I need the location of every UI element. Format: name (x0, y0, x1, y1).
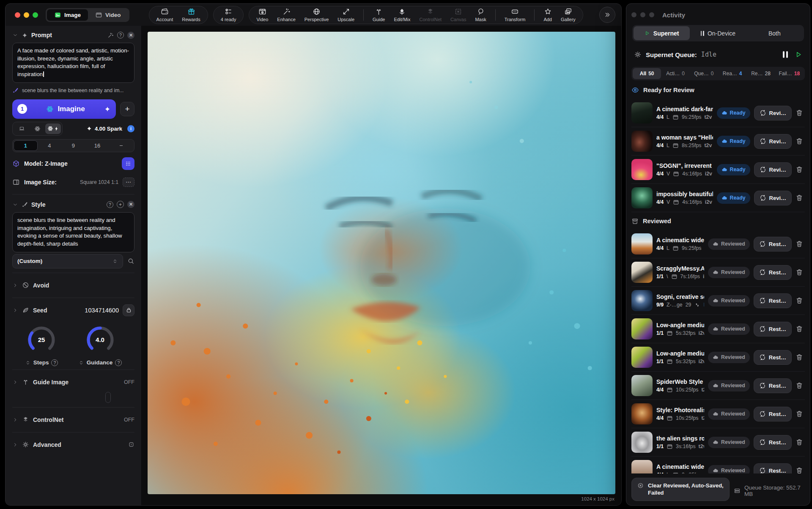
queue-item[interactable]: SpiderWeb Style (Worl... 4/410s:25fpst2v… (631, 372, 805, 400)
queue-item[interactable]: Sogni, creative seduction 9/9Z-…ge29Feb … (631, 287, 805, 315)
trash-icon[interactable] (796, 268, 805, 276)
supernet-fast-option[interactable] (45, 123, 61, 134)
trash-icon[interactable] (796, 353, 805, 361)
image-size-row[interactable]: Image Size: Square 1024 1:1 ⋯ (12, 173, 134, 192)
trash-icon[interactable] (796, 467, 805, 473)
help-icon[interactable]: ? (117, 32, 124, 38)
stepper-icon[interactable] (25, 360, 31, 366)
stepper-icon[interactable] (78, 360, 84, 366)
avoid-section[interactable]: Avoid (12, 276, 134, 295)
model-row[interactable]: Model: Z-Image (12, 154, 134, 173)
lock-icon[interactable] (123, 304, 134, 316)
queue-item[interactable]: A cinematic wide aerial 4/4L9s:25fpst2v…… (631, 457, 805, 473)
toolbar-video[interactable]: Video (256, 8, 268, 22)
zoom-window-button[interactable] (33, 12, 38, 18)
review-button[interactable]: Revi… (754, 134, 792, 149)
review-button[interactable]: Rest… (754, 463, 792, 473)
trash-icon[interactable] (796, 438, 805, 446)
trash-icon[interactable] (796, 382, 805, 389)
local-device-option[interactable] (14, 123, 30, 134)
queue-item[interactable]: Low-angle medium sho... 1/15s:32fpsi2vF…… (631, 315, 805, 343)
tab-on-device[interactable]: On-Device (690, 26, 746, 40)
help-icon[interactable]: ? (107, 201, 113, 208)
add-style-icon[interactable]: + (117, 201, 124, 208)
add-job-button[interactable]: + (120, 102, 134, 116)
guide-strength-handle[interactable] (105, 392, 111, 403)
toolbar-mask[interactable]: Mask (475, 8, 486, 22)
wand-icon[interactable] (107, 32, 114, 38)
queue-item[interactable]: A cinematic dark-fantas... 4/4L9s:25fpst… (631, 99, 805, 127)
review-button[interactable]: Rest… (754, 265, 792, 280)
image-size-options-button[interactable]: ⋯ (123, 178, 134, 187)
queue-item[interactable]: the alien sings rock and... 1/13s:16fpst… (631, 428, 805, 457)
clear-style-icon[interactable]: ✕ (127, 201, 134, 208)
info-icon[interactable]: i (127, 125, 134, 132)
trash-icon[interactable] (796, 410, 805, 418)
box-dot-icon[interactable] (128, 441, 134, 448)
toolbar-upscale[interactable]: Upscale (337, 8, 354, 22)
chevron-down-icon[interactable] (12, 202, 18, 208)
filter-all[interactable]: All50 (633, 68, 661, 79)
trash-icon[interactable] (796, 240, 805, 248)
queue-item[interactable]: Style: Photorealistic, 8... 4/410s:25fps… (631, 400, 805, 428)
queue-item[interactable]: a woman says "Hello m... 4/4L8s:25fpst2v… (631, 127, 805, 156)
review-button[interactable]: Rest… (754, 237, 792, 252)
queue-item[interactable]: A cinematic wide aerial... 4/4L9s:25fpst… (631, 230, 805, 258)
toolbar-add[interactable]: Add (543, 8, 552, 22)
close-window-button[interactable] (15, 12, 20, 18)
inactive-zoom-button[interactable] (649, 12, 654, 17)
batch-option-custom[interactable] (109, 140, 133, 151)
trash-icon[interactable] (796, 137, 805, 145)
filter-reviewed[interactable]: Re…28 (746, 68, 775, 79)
review-button[interactable]: Rest… (754, 350, 792, 365)
review-button[interactable]: Rest… (754, 293, 792, 308)
resume-queue-button[interactable] (795, 51, 802, 58)
generated-image[interactable] (148, 32, 615, 494)
trash-icon[interactable] (796, 297, 805, 304)
batch-option-9[interactable]: 9 (61, 140, 85, 151)
tab-supernet[interactable]: Supernet (634, 26, 690, 40)
guidance-knob[interactable]: 4.0 Guidance ? (78, 323, 122, 366)
toolbar-transform[interactable]: Transform (505, 8, 526, 22)
review-button[interactable]: Rest… (754, 378, 792, 393)
review-button[interactable]: Rest… (754, 322, 792, 337)
controlnet-section[interactable]: ControlNet OFF (12, 410, 134, 430)
toolbar-gallery[interactable]: Gallery (561, 8, 576, 22)
queue-item[interactable]: impossibly beautiful po... 4/4V4s:16fpsi… (631, 184, 805, 212)
trash-icon[interactable] (796, 194, 805, 202)
trash-icon[interactable] (796, 325, 805, 333)
filter-queued[interactable]: Que…0 (690, 68, 718, 79)
toolbar-queue-ready[interactable]: 4 ready (221, 8, 236, 22)
batch-option-16[interactable]: 16 (85, 140, 110, 151)
review-button[interactable]: Revi… (754, 106, 792, 120)
filter-failed[interactable]: Fail…18 (775, 68, 804, 79)
inactive-close-button[interactable] (631, 12, 636, 17)
chevron-down-icon[interactable] (12, 32, 18, 38)
tab-video[interactable]: Video (88, 9, 128, 21)
review-button[interactable]: Rest… (754, 407, 792, 421)
style-preset-select[interactable]: (Custom) (12, 254, 123, 268)
clear-reviewed-button[interactable]: Clear Reviewed, Auto-Saved, Failed (631, 478, 730, 501)
toolbar-edit-mix[interactable]: Edit/Mix (394, 8, 410, 22)
filter-ready[interactable]: Rea…4 (718, 68, 746, 79)
clear-prompt-icon[interactable]: ✕ (127, 32, 134, 39)
filter-active[interactable]: Acti…0 (661, 68, 689, 79)
activity-list[interactable]: Ready for Review A cinematic dark-fantas… (631, 81, 805, 473)
help-icon[interactable]: ? (51, 359, 58, 366)
pause-queue-button[interactable] (783, 51, 788, 58)
minimize-window-button[interactable] (24, 12, 29, 18)
advanced-section[interactable]: Advanced (12, 435, 134, 454)
toolbar-account[interactable]: Account (156, 8, 173, 22)
model-gallery-button[interactable] (122, 157, 134, 170)
batch-option-1[interactable]: 1 (14, 140, 38, 151)
tab-both[interactable]: Both (746, 26, 803, 40)
steps-knob[interactable]: 25 Steps ? (25, 323, 58, 366)
imagine-button[interactable]: 1 Imagine (12, 99, 116, 119)
search-icon[interactable] (127, 257, 134, 265)
trash-icon[interactable] (796, 166, 805, 173)
toolbar-enhance[interactable]: Enhance (277, 8, 295, 22)
queue-item[interactable]: Low-angle medium sho... 1/15s:32fpsi2vF…… (631, 343, 805, 372)
trash-icon[interactable] (796, 109, 805, 117)
seed-section[interactable]: Seed 1034714600 (12, 301, 134, 320)
prompt-input[interactable]: A face made of colored sand, artistic, m… (12, 43, 134, 83)
